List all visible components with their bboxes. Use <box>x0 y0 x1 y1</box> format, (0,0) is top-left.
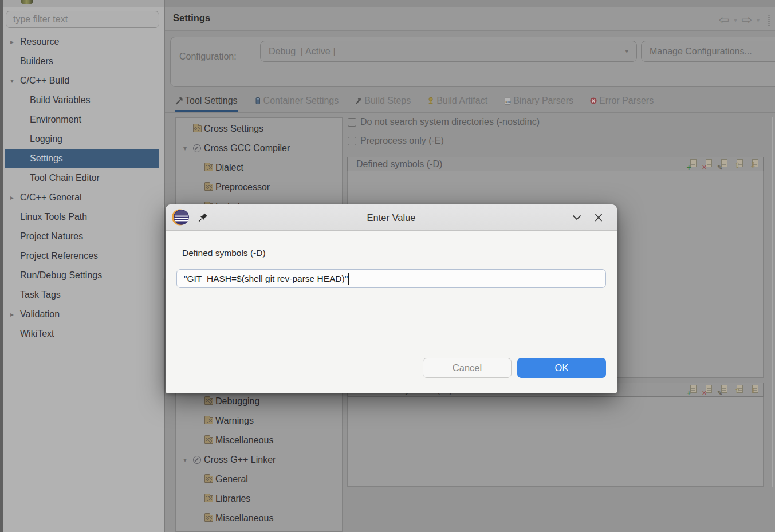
value-input[interactable]: "GIT_HASH=$(shell git rev-parse HEAD)" <box>176 269 606 288</box>
folder-icon <box>204 476 213 483</box>
content-scrollbar[interactable] <box>772 117 773 487</box>
chevron-down-icon[interactable]: ▾ <box>10 77 20 85</box>
move-up-icon[interactable]: ⇧ <box>733 159 743 169</box>
sidebar-item-resource[interactable]: ▸ Resource <box>5 32 159 52</box>
close-icon[interactable] <box>593 212 604 223</box>
folder-icon <box>204 184 213 191</box>
tree-item-miscellaneous-compiler[interactable]: Miscellaneous <box>176 431 341 450</box>
chevron-right-icon[interactable]: ▸ <box>10 194 20 202</box>
value-input-text: "GIT_HASH=$(shell git rev-parse HEAD)" <box>184 274 348 284</box>
sidebar-item-project-natures[interactable]: Project Natures <box>5 227 159 246</box>
manage-configurations-button[interactable]: Manage Configurations... <box>641 41 775 62</box>
folder-icon <box>204 515 213 522</box>
option-preprocess-only[interactable]: Preprocess only (-E) <box>348 136 444 146</box>
tool-icon <box>193 456 201 464</box>
option-nostdinc[interactable]: Do not search system directories (-nostd… <box>348 117 540 127</box>
titlebar-remnant <box>165 0 775 7</box>
folder-icon <box>204 495 213 502</box>
add-entry-icon[interactable]: + <box>687 385 697 395</box>
tree-item-libraries[interactable]: Libraries <box>176 489 341 509</box>
sidebar-item-cpp-general[interactable]: ▸ C/C++ General <box>5 188 159 207</box>
folder-icon <box>193 125 202 132</box>
ok-button[interactable]: OK <box>517 358 606 378</box>
page-title: Settings <box>173 13 210 23</box>
tab-build-artifact[interactable]: Build Artifact <box>426 92 488 112</box>
folder-icon <box>204 437 213 444</box>
sidebar-item-task-tags[interactable]: Task Tags <box>5 285 159 305</box>
tree-item-cross-gcc-compiler[interactable]: ▾ Cross GCC Compiler <box>176 139 341 158</box>
filter-input[interactable] <box>6 11 159 28</box>
sidebar-item-wikitext[interactable]: WikiText <box>5 324 159 344</box>
folder-icon <box>204 164 213 171</box>
tree-item-cross-settings[interactable]: Cross Settings <box>176 119 341 139</box>
page-header: Settings ⇦ ▾ ⇨ ▾ <box>165 7 775 31</box>
chevron-right-icon[interactable]: ▸ <box>10 310 20 318</box>
sidebar-item-tool-chain-editor[interactable]: Tool Chain Editor <box>5 168 159 188</box>
text-caret <box>348 273 349 285</box>
delete-entry-icon[interactable]: ✕ <box>702 385 712 395</box>
chevron-down-icon[interactable] <box>571 212 583 223</box>
tab-tool-settings[interactable]: Tool Settings <box>175 92 238 112</box>
configuration-select[interactable]: Debug [ Active ] ▾ <box>260 41 637 62</box>
tab-container-settings[interactable]: Container Settings <box>253 92 340 112</box>
binary-file-icon: 010 <box>503 97 512 105</box>
tree-item-cross-gpp-linker[interactable]: ▾ Cross G++ Linker <box>176 450 341 470</box>
eclipse-logo-icon <box>171 208 190 227</box>
clipped-toolbar-icon <box>21 0 33 4</box>
move-up-icon[interactable]: ⇧ <box>733 385 743 395</box>
delete-entry-icon[interactable]: ✕ <box>702 159 712 169</box>
history-nav: ⇦ ▾ ⇨ ▾ <box>719 11 773 29</box>
undefined-symbols-list[interactable] <box>347 397 764 487</box>
back-arrow-icon[interactable]: ⇦ <box>719 14 729 26</box>
pin-icon[interactable] <box>198 212 208 223</box>
settings-tabbar: Tool Settings Container Settings Build S… <box>165 92 775 113</box>
sidebar-item-build-variables[interactable]: Build Variables <box>5 90 159 110</box>
back-dropdown-icon[interactable]: ▾ <box>734 17 737 23</box>
sidebar-item-builders[interactable]: Builders <box>5 52 159 71</box>
tree-item-debugging[interactable]: Debugging <box>176 392 341 411</box>
configuration-group: Configuration: Debug [ Active ] ▾ Manage… <box>170 37 775 87</box>
tab-error-parsers[interactable]: Error Parsers <box>589 92 654 112</box>
tree-item-preprocessor[interactable]: Preprocessor <box>176 178 341 197</box>
tab-build-steps[interactable]: Build Steps <box>354 92 411 112</box>
add-entry-icon[interactable]: + <box>687 159 697 169</box>
edit-entry-icon[interactable]: ✎ <box>718 159 727 169</box>
cancel-button[interactable]: Cancel <box>423 358 512 378</box>
move-down-icon[interactable]: ⇩ <box>749 385 758 395</box>
wrench-icon <box>175 97 183 105</box>
combo-arrow-icon: ▾ <box>625 48 628 55</box>
defined-symbols-toolbar: + ✕ ✎ ⇧ ⇩ <box>687 159 758 169</box>
sidebar-item-logging[interactable]: Logging <box>5 129 159 149</box>
edit-entry-icon[interactable]: ✎ <box>718 385 727 395</box>
tool-icon <box>193 144 201 152</box>
configuration-label: Configuration: <box>179 52 237 62</box>
sidebar-item-environment[interactable]: Environment <box>5 110 159 129</box>
folder-icon <box>204 417 213 424</box>
defined-symbols-header: Defined symbols (-D) + ✕ ✎ ⇧ ⇩ <box>347 157 764 171</box>
dialog-titlebar[interactable]: Enter Value <box>166 204 617 231</box>
sidebar-item-linux-tools-path[interactable]: Linux Tools Path <box>5 207 159 227</box>
forward-arrow-icon[interactable]: ⇨ <box>742 14 752 26</box>
tree-item-miscellaneous-linker[interactable]: Miscellaneous <box>176 509 341 528</box>
tree-item-warnings[interactable]: Warnings <box>176 411 341 431</box>
tree-item-dialect[interactable]: Dialect <box>176 158 341 178</box>
checkbox-preprocess-only[interactable] <box>348 137 356 145</box>
dialog-title: Enter Value <box>166 204 617 231</box>
overflow-menu-icon[interactable] <box>768 15 770 26</box>
folder-icon <box>204 398 213 405</box>
preferences-sidebar: ▸ Resource Builders ▾ C/C++ Build Build … <box>3 0 164 532</box>
forward-dropdown-icon[interactable]: ▾ <box>757 17 760 23</box>
enter-value-dialog: Enter Value Defined symbols (-D) "GIT_HA… <box>166 204 617 393</box>
chevron-down-icon[interactable]: ▾ <box>183 456 193 464</box>
tree-item-general[interactable]: General <box>176 470 341 489</box>
chevron-right-icon[interactable]: ▸ <box>10 38 20 46</box>
sidebar-item-run-debug-settings[interactable]: Run/Debug Settings <box>5 266 159 285</box>
sidebar-item-validation[interactable]: ▸ Validation <box>5 305 159 324</box>
sidebar-item-settings[interactable]: Settings <box>5 149 159 168</box>
sidebar-item-project-references[interactable]: Project References <box>5 246 159 266</box>
checkbox-nostdinc[interactable] <box>348 118 356 127</box>
sidebar-item-cpp-build[interactable]: ▾ C/C++ Build <box>5 71 159 90</box>
tab-binary-parsers[interactable]: 010 Binary Parsers <box>503 92 574 112</box>
chevron-down-icon[interactable]: ▾ <box>183 144 193 152</box>
move-down-icon[interactable]: ⇩ <box>749 159 758 169</box>
